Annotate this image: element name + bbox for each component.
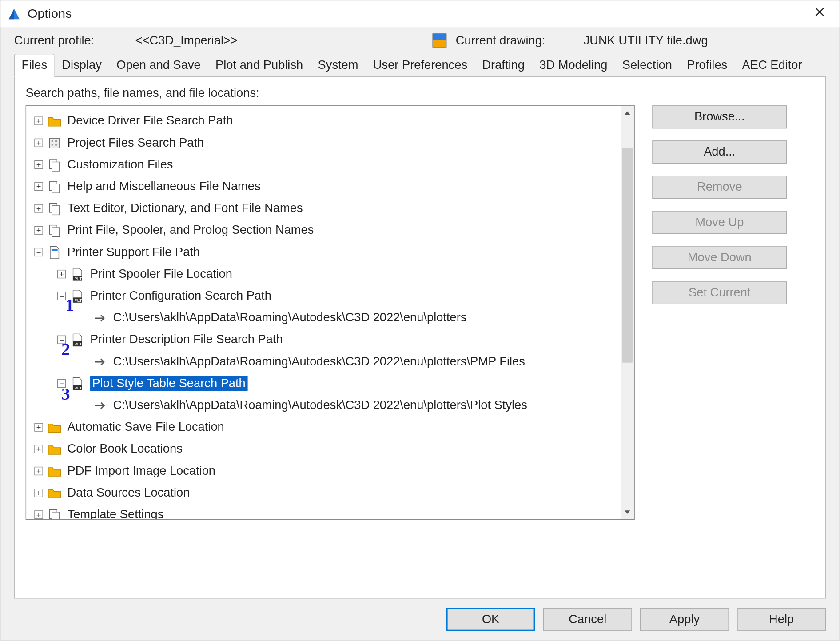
tree-row[interactable]: +Color Book Locations	[29, 438, 631, 460]
arrow-icon	[93, 354, 107, 369]
titlebar: Options	[1, 0, 840, 27]
expand-icon[interactable]: +	[34, 204, 43, 212]
expand-icon[interactable]: +	[34, 139, 43, 147]
svg-rect-26	[52, 512, 60, 520]
tree-row-label: C:\Users\aklh\AppData\Roaming\Autodesk\C…	[113, 355, 525, 369]
cancel-button[interactable]: Cancel	[543, 608, 632, 631]
collapse-icon[interactable]: −	[57, 292, 66, 300]
close-button[interactable]	[810, 6, 830, 20]
tree-row-label: Print File, Spooler, and Prolog Section …	[68, 224, 314, 237]
move-down-button[interactable]: Move Down	[652, 246, 787, 269]
arrow-icon	[93, 311, 107, 325]
plt-icon: PLT	[70, 267, 85, 281]
side-buttons: Browse...Add...RemoveMove UpMove DownSet…	[652, 105, 787, 520]
tab-aec-editor[interactable]: AEC Editor	[735, 54, 809, 77]
tab-3d-modeling[interactable]: 3D Modeling	[532, 54, 615, 77]
expand-icon[interactable]: +	[34, 226, 43, 235]
tree-row[interactable]: +Device Driver File Search Path	[29, 110, 631, 132]
db-icon	[47, 136, 62, 150]
svg-rect-11	[52, 184, 60, 193]
tab-open-and-save[interactable]: Open and Save	[109, 54, 208, 77]
tab-plot-and-publish[interactable]: Plot and Publish	[208, 54, 310, 77]
expand-icon[interactable]: +	[34, 116, 43, 125]
header-row: Current profile: <<C3D_Imperial>> Curren…	[1, 27, 840, 51]
expand-icon[interactable]: +	[34, 467, 43, 475]
move-up-button[interactable]: Move Up	[652, 211, 787, 234]
tree-row[interactable]: +Text Editor, Dictionary, and Font File …	[29, 197, 631, 219]
tree-row[interactable]: C:\Users\aklh\AppData\Roaming\Autodesk\C…	[29, 307, 631, 329]
collapse-icon[interactable]: −	[34, 248, 43, 256]
tree-row-label: Printer Description File Search Path	[90, 333, 283, 347]
tree-row[interactable]: +Help and Miscellaneous File Names	[29, 176, 631, 197]
apply-button[interactable]: Apply	[640, 608, 729, 631]
svg-rect-2	[433, 40, 446, 47]
tab-display[interactable]: Display	[55, 54, 109, 77]
tree-row[interactable]: +Customization Files	[29, 154, 631, 176]
tab-files[interactable]: Files	[14, 54, 55, 77]
tab-drafting[interactable]: Drafting	[475, 54, 532, 77]
tree-row[interactable]: C:\Users\aklh\AppData\Roaming\Autodesk\C…	[29, 394, 631, 416]
tree-row[interactable]: +Print File, Spooler, and Prolog Section…	[29, 220, 631, 241]
expand-icon[interactable]: +	[34, 182, 43, 191]
tree-row-label: Customization Files	[68, 158, 173, 172]
tree-row-label: Printer Support File Path	[68, 245, 200, 259]
tree-row-label: Printer Configuration Search Path	[90, 289, 271, 303]
folder-yellow-icon	[47, 485, 62, 500]
tree-row[interactable]: −Printer Support File Path	[29, 241, 631, 263]
scroll-down-icon[interactable]	[621, 505, 634, 519]
svg-rect-4	[52, 140, 53, 142]
svg-text:PLT: PLT	[74, 276, 82, 280]
svg-rect-7	[55, 144, 57, 145]
add-button[interactable]: Add...	[652, 140, 787, 164]
scroll-up-icon[interactable]	[621, 106, 634, 121]
collapse-icon[interactable]: −	[57, 336, 66, 344]
expand-icon[interactable]: +	[34, 445, 43, 453]
collapse-icon[interactable]: −	[57, 379, 66, 388]
file-paths-tree[interactable]: +Device Driver File Search Path+Project …	[26, 105, 635, 520]
current-drawing-label: Current drawing:	[456, 33, 584, 47]
remove-button[interactable]: Remove	[652, 176, 787, 199]
tree-row[interactable]: C:\Users\aklh\AppData\Roaming\Autodesk\C…	[29, 351, 631, 373]
options-dialog: Options Current profile: <<C3D_Imperial>…	[0, 0, 840, 641]
tree-row-label: Project Files Search Path	[68, 136, 204, 150]
tree-row-label: C:\Users\aklh\AppData\Roaming\Autodesk\C…	[113, 398, 527, 412]
tree-row[interactable]: +PDF Import Image Location	[29, 460, 631, 482]
expand-icon[interactable]: +	[57, 270, 66, 278]
app-icon	[6, 6, 22, 22]
tree-row[interactable]: +Automatic Save File Location	[29, 416, 631, 438]
plt-icon: PLT	[70, 333, 85, 347]
drawing-icon	[431, 32, 447, 48]
expand-icon[interactable]: +	[34, 510, 43, 519]
svg-rect-5	[55, 140, 57, 142]
tree-row[interactable]: −PLTPrinter Description File Search Path	[29, 329, 631, 351]
folder-yellow-icon	[47, 114, 62, 128]
set-current-button[interactable]: Set Current	[652, 281, 787, 304]
svg-text:PLT: PLT	[74, 297, 82, 302]
tree-row-label: Template Settings	[68, 508, 164, 520]
scroll-thumb[interactable]	[622, 148, 633, 363]
expand-icon[interactable]: +	[34, 423, 43, 431]
files-icon	[47, 508, 62, 520]
expand-icon[interactable]: +	[34, 489, 43, 497]
tree-row[interactable]: −PLTPlot Style Table Search Path	[29, 373, 631, 394]
svg-rect-1	[433, 34, 446, 40]
expand-icon[interactable]: +	[34, 160, 43, 169]
tab-profiles[interactable]: Profiles	[680, 54, 735, 77]
svg-rect-13	[52, 205, 60, 215]
svg-rect-3	[50, 138, 60, 148]
tree-row[interactable]: −PLTPrinter Configuration Search Path	[29, 285, 631, 307]
tree-row[interactable]: +PLTPrint Spooler File Location	[29, 263, 631, 285]
ok-button[interactable]: OK	[446, 608, 535, 631]
browse-button[interactable]: Browse...	[652, 105, 787, 128]
tree-row[interactable]: +Data Sources Location	[29, 482, 631, 504]
tab-system[interactable]: System	[311, 54, 366, 77]
tree-row[interactable]: +Template Settings	[29, 504, 631, 520]
tab-selection[interactable]: Selection	[615, 54, 680, 77]
tree-row[interactable]: +Project Files Search Path	[29, 132, 631, 154]
help-button[interactable]: Help	[737, 608, 826, 631]
tab-user-preferences[interactable]: User Preferences	[366, 54, 475, 77]
bottom-buttons: OKCancelApplyHelp	[446, 608, 826, 631]
tree-scrollbar[interactable]	[621, 106, 634, 519]
svg-rect-16	[52, 248, 58, 250]
tree-row-label: Print Spooler File Location	[90, 267, 232, 281]
